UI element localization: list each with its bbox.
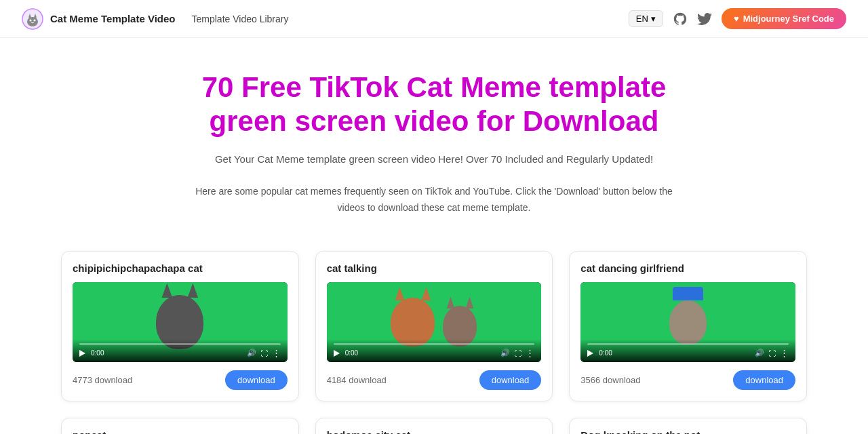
hero-section: 70 Free TikTok Cat Meme template green s…: [0, 38, 868, 232]
card-footer-1: 4773 download download: [73, 370, 288, 390]
download-count-1: 4773 download: [73, 375, 132, 385]
navbar: Cat Meme Template Video Template Video L…: [0, 0, 868, 38]
more-icon-1: ⋮: [272, 348, 281, 358]
midjourney-label: Midjourney Sref Code: [743, 14, 834, 24]
card-title-1: chipipichipchapachapa cat: [73, 262, 288, 274]
controls-row-1: 0:00 🔊 ⛶ ⋮: [79, 348, 281, 358]
heart-icon: ♥: [734, 14, 739, 24]
card-title-6: Dog knocking on the pot: [580, 429, 795, 434]
card-cat-dancing: cat dancing girlfriend 0:0: [569, 251, 807, 401]
cards-row2: popcat hodomoe city cat: [61, 418, 807, 434]
cards-grid: chipipichipchapachapa cat: [61, 251, 807, 401]
time-display-2: 0:00: [345, 349, 358, 357]
controls-right-1: 🔊 ⛶ ⋮: [247, 348, 281, 358]
fullscreen-button-3[interactable]: ⛶: [768, 349, 776, 357]
time-display-3: 0:00: [599, 349, 612, 357]
chevron-down-icon: ▾: [651, 14, 656, 24]
play-icon-2: [334, 350, 340, 357]
card-hodomoe: hodomoe city cat: [315, 418, 553, 434]
volume-icon-2: 🔊: [500, 349, 510, 357]
card-title-4: popcat: [73, 429, 288, 434]
volume-button-1[interactable]: 🔊: [247, 349, 256, 357]
controls-right-2: 🔊 ⛶ ⋮: [500, 348, 534, 358]
more-button-2[interactable]: ⋮: [526, 348, 534, 358]
video-controls-2: 0:00 🔊 ⛶ ⋮: [327, 339, 542, 362]
library-link[interactable]: Template Video Library: [192, 14, 289, 24]
download-button-1[interactable]: download: [225, 370, 288, 390]
fullscreen-button-1[interactable]: ⛶: [260, 349, 268, 357]
fullscreen-icon-3: ⛶: [768, 349, 776, 357]
cat-with-hat: [669, 300, 707, 344]
volume-icon-1: 🔊: [247, 349, 256, 357]
card-footer-3: 3566 download download: [580, 370, 795, 390]
volume-icon-3: 🔊: [755, 349, 764, 357]
controls-row-3: 0:00 🔊 ⛶ ⋮: [587, 348, 789, 358]
hero-subtitle: Get Your Cat Meme template green screen …: [203, 151, 665, 167]
card-footer-2: 4184 download download: [327, 370, 542, 390]
more-icon-3: ⋮: [780, 348, 789, 358]
download-button-2[interactable]: download: [479, 370, 542, 390]
time-display-1: 0:00: [91, 349, 104, 357]
card-cat-talking: cat talking: [315, 251, 553, 401]
volume-button-3[interactable]: 🔊: [755, 349, 764, 357]
card-popcat: popcat: [61, 418, 299, 434]
play-button-1[interactable]: [79, 350, 85, 357]
site-name: Cat Meme Template Video: [50, 13, 176, 24]
midjourney-button[interactable]: ♥ Midjourney Sref Code: [722, 8, 846, 29]
more-button-3[interactable]: ⋮: [780, 348, 789, 358]
more-button-1[interactable]: ⋮: [272, 348, 281, 358]
card-chipipi: chipipichipchapachapa cat: [61, 251, 299, 401]
play-button-3[interactable]: [587, 350, 593, 357]
more-icon-2: ⋮: [526, 348, 534, 358]
progress-bar-bg-2[interactable]: [334, 343, 535, 345]
card-title-2: cat talking: [327, 262, 542, 274]
play-icon-3: [587, 350, 593, 357]
lang-selector[interactable]: EN ▾: [629, 10, 663, 27]
svg-point-4: [30, 19, 32, 21]
download-count-2: 4184 download: [327, 375, 387, 385]
video-2[interactable]: 0:00 🔊 ⛶ ⋮: [327, 282, 542, 362]
volume-button-2[interactable]: 🔊: [500, 349, 510, 357]
github-icon[interactable]: [673, 12, 688, 26]
lang-label: EN: [636, 14, 648, 24]
hero-title: 70 Free TikTok Cat Meme template green s…: [163, 71, 705, 139]
progress-bar-bg-1[interactable]: [79, 343, 281, 345]
card-title-3: cat dancing girlfriend: [580, 262, 795, 274]
card-dog: Dog knocking on the pot: [569, 418, 807, 434]
svg-point-5: [34, 19, 36, 21]
controls-left-3: 0:00: [587, 349, 612, 357]
video-controls-3: 0:00 🔊 ⛶ ⋮: [580, 339, 795, 362]
video-controls-1: 0:00 🔊 ⛶ ⋮: [73, 339, 288, 362]
fullscreen-icon-1: ⛶: [260, 349, 268, 357]
controls-left-1: 0:00: [79, 349, 104, 357]
video-3[interactable]: 0:00 🔊 ⛶ ⋮: [580, 282, 795, 362]
hero-description: Here are some popular cat memes frequent…: [190, 184, 678, 216]
fullscreen-button-2[interactable]: ⛶: [514, 349, 521, 357]
twitter-icon[interactable]: [697, 12, 712, 26]
download-count-3: 3566 download: [580, 375, 640, 385]
fullscreen-icon-2: ⛶: [514, 349, 521, 357]
play-icon-1: [79, 350, 85, 357]
cards-section: chipipichipchapachapa cat: [34, 232, 834, 434]
download-button-3[interactable]: download: [733, 370, 795, 390]
progress-bar-bg-3[interactable]: [587, 343, 789, 345]
video-1[interactable]: 0:00 🔊 ⛶ ⋮: [73, 282, 288, 362]
play-button-2[interactable]: [334, 350, 340, 357]
svg-point-1: [27, 17, 38, 26]
controls-right-3: 🔊 ⛶ ⋮: [755, 348, 789, 358]
navbar-right: EN ▾ ♥ Midjourney Sref Code: [629, 8, 846, 29]
controls-row-2: 0:00 🔊 ⛶ ⋮: [334, 348, 535, 358]
site-logo: [22, 8, 43, 30]
card-title-5: hodomoe city cat: [327, 429, 542, 434]
controls-left-2: 0:00: [334, 349, 358, 357]
